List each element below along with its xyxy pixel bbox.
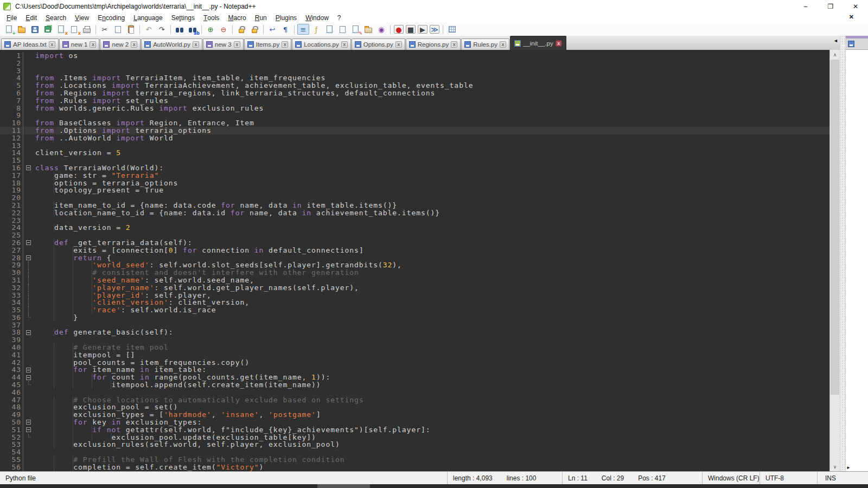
menu-edit[interactable]: Edit xyxy=(21,12,41,23)
fold-collapse-icon[interactable] xyxy=(26,165,31,170)
document-map-button[interactable] xyxy=(323,24,335,35)
find-button[interactable] xyxy=(174,24,186,35)
tab-close-icon[interactable]: x xyxy=(49,41,55,48)
tab-close-icon[interactable]: x xyxy=(131,41,137,48)
menu-settings[interactable]: Settings xyxy=(167,12,199,23)
scroll-up-icon[interactable]: ∧ xyxy=(830,50,840,59)
status-encoding[interactable]: UTF-8 xyxy=(760,472,818,484)
fold-collapse-icon[interactable] xyxy=(26,330,31,335)
menu-plugins[interactable]: Plugins xyxy=(271,12,301,23)
macro-run-multiple-button[interactable]: ≫ xyxy=(430,25,439,34)
restore-button[interactable]: ❐ xyxy=(818,0,843,12)
fold-margin[interactable] xyxy=(23,374,34,381)
macro-record-button[interactable]: ● xyxy=(394,25,404,34)
fold-collapse-icon[interactable] xyxy=(26,368,31,373)
menu-macro[interactable]: Macro xyxy=(224,12,250,23)
fold-margin[interactable] xyxy=(23,366,34,374)
tab-close-icon[interactable]: x xyxy=(500,41,506,48)
macro-save-button[interactable] xyxy=(446,24,458,35)
tab-new-1[interactable]: new 1x xyxy=(59,38,100,50)
tab-close-icon[interactable]: x xyxy=(234,41,240,48)
second-view-partial-tab[interactable] xyxy=(846,38,868,50)
tab-items-py[interactable]: Items.pyx xyxy=(244,38,291,50)
replace-button[interactable]: ab xyxy=(187,24,199,35)
copy-button[interactable] xyxy=(112,24,124,35)
zoom-in-button[interactable]: ⊕ xyxy=(205,24,216,35)
zoom-out-button[interactable]: ⊖ xyxy=(218,24,229,35)
show-all-characters-button[interactable]: ¶ xyxy=(279,24,291,35)
tab-new-2[interactable]: new 2x xyxy=(100,38,141,50)
minimize-button[interactable]: – xyxy=(793,0,818,12)
tab-new-3[interactable]: new 3x xyxy=(203,38,244,50)
tab-close-icon[interactable]: x xyxy=(451,41,457,48)
monitoring-button[interactable]: ◉ xyxy=(375,24,387,35)
paste-button[interactable] xyxy=(125,24,137,35)
word-wrap-button[interactable]: ↩ xyxy=(266,24,278,35)
print-button[interactable] xyxy=(81,24,93,35)
close-button[interactable]: x xyxy=(55,24,67,35)
open-file-button[interactable] xyxy=(16,24,28,35)
tab-close-icon[interactable]: x xyxy=(341,41,348,48)
scroll-down-icon[interactable]: ∨ xyxy=(830,462,840,471)
tab-locations-py[interactable]: Locations.pyx xyxy=(292,38,351,50)
close-all-button[interactable]: x xyxy=(68,24,80,35)
show-indent-guide-button[interactable]: ≡ xyxy=(297,24,309,35)
code-line: 49 exclusion_types = ['hardmode', 'insan… xyxy=(0,411,829,419)
tab-scroll-left-icon[interactable]: ◄ xyxy=(833,38,838,43)
vertical-scrollbar[interactable]: ∧ ∨ xyxy=(829,50,840,471)
sync-horizontal-scrolling-button[interactable] xyxy=(248,24,260,35)
close-document-x-icon[interactable]: ✕ xyxy=(849,14,854,21)
fold-margin[interactable] xyxy=(23,254,34,262)
tab-close-icon[interactable]: x xyxy=(282,41,288,48)
menu-window[interactable]: Window xyxy=(301,12,333,23)
code-area[interactable]: 1import os234from .Items import Terraria… xyxy=(0,50,829,471)
status-eol-format[interactable]: Windows (CR LF) xyxy=(703,472,760,484)
macro-stop-button[interactable]: ■ xyxy=(406,25,416,34)
fold-margin[interactable] xyxy=(23,164,34,172)
fold-collapse-icon[interactable] xyxy=(26,375,31,380)
sync-vertical-scrolling-button[interactable] xyxy=(235,24,247,35)
save-all-button[interactable] xyxy=(42,24,54,35)
tab-close-icon[interactable]: x xyxy=(556,40,562,47)
save-button[interactable] xyxy=(29,24,41,35)
menu-run[interactable]: Run xyxy=(251,12,271,23)
folder-as-workspace-button[interactable] xyxy=(362,24,374,35)
fold-collapse-icon[interactable] xyxy=(26,255,31,260)
function-list-button[interactable]: ƒ xyxy=(310,24,322,35)
fold-margin[interactable] xyxy=(23,419,34,426)
new-file-button[interactable]: + xyxy=(3,24,15,35)
menu-tools[interactable]: Tools xyxy=(199,12,224,23)
tab-close-icon[interactable]: x xyxy=(193,41,199,48)
menu-encoding[interactable]: Encoding xyxy=(93,12,129,23)
view-splitter-handle[interactable] xyxy=(840,36,845,471)
undo-button[interactable]: ↶ xyxy=(143,24,155,35)
tab-regions-py[interactable]: Regions.pyx xyxy=(406,38,461,50)
tab-autoworld-py[interactable]: AutoWorld.pyx xyxy=(141,38,202,50)
tab-close-icon[interactable]: x xyxy=(90,41,96,48)
fold-margin[interactable] xyxy=(23,426,34,434)
scrollbar-thumb[interactable] xyxy=(831,60,839,395)
menu-file[interactable]: File xyxy=(2,12,21,23)
file-browser-button[interactable]: ✎ xyxy=(349,24,361,35)
status-insert-mode[interactable]: INS xyxy=(818,472,868,484)
fold-margin[interactable] xyxy=(23,239,34,247)
cut-button[interactable]: ✂ xyxy=(99,24,111,35)
tab-close-icon[interactable]: x xyxy=(395,41,402,48)
fold-collapse-icon[interactable] xyxy=(26,240,31,245)
tab-options-py[interactable]: Options.pyx xyxy=(352,38,405,50)
macro-play-button[interactable]: ▶ xyxy=(418,25,427,34)
tab-ap-ideas-txt[interactable]: AP Ideas.txtx xyxy=(1,38,59,50)
fold-collapse-icon[interactable] xyxy=(26,427,31,432)
menu-search[interactable]: Search xyxy=(41,12,71,23)
pane-collapse-arrow-icon[interactable]: ► xyxy=(846,465,851,470)
document-list-button[interactable] xyxy=(336,24,348,35)
close-window-button[interactable]: ✕ xyxy=(843,0,868,12)
menu-language[interactable]: Language xyxy=(129,12,167,23)
tab-rules-py[interactable]: Rules.pyx xyxy=(461,38,509,50)
fold-collapse-icon[interactable] xyxy=(26,420,31,425)
menu-[interactable]: ? xyxy=(333,12,346,23)
menu-view[interactable]: View xyxy=(71,12,93,23)
tab--init-py[interactable]: __init__.pyx xyxy=(510,36,566,50)
redo-button[interactable]: ↷ xyxy=(156,24,168,35)
fold-margin[interactable] xyxy=(23,329,34,336)
